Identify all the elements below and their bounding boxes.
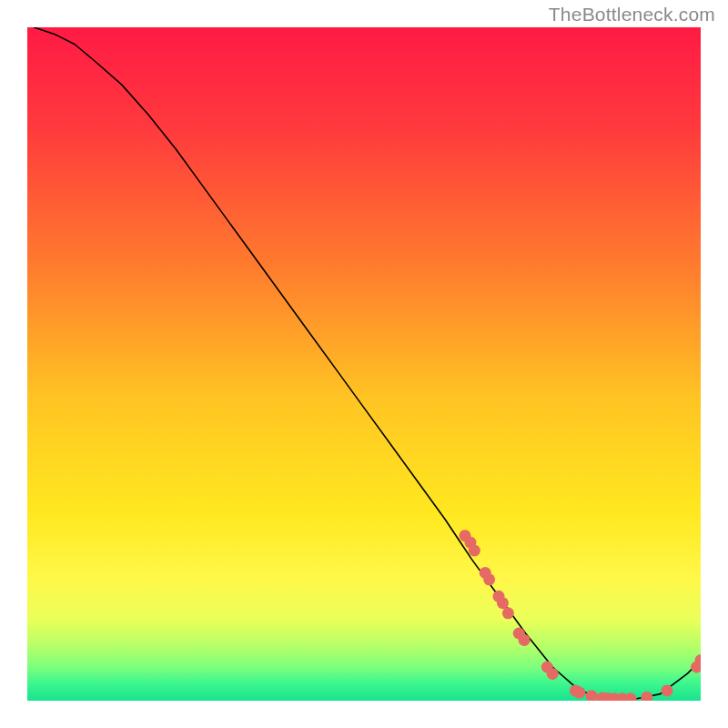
chart-svg [27,27,701,701]
scatter-point [483,573,495,585]
scatter-point [662,684,673,696]
watermark-text: TheBottleneck.com [549,4,715,25]
scatter-point [469,544,480,556]
chart-frame: TheBottleneck.com [0,0,728,728]
scatter-point [497,597,509,609]
scatter-point [573,687,585,699]
scatter-point [547,668,559,680]
scatter-point [502,607,514,619]
gradient-background [27,27,701,701]
plot-area [27,27,701,701]
scatter-point [519,634,531,646]
